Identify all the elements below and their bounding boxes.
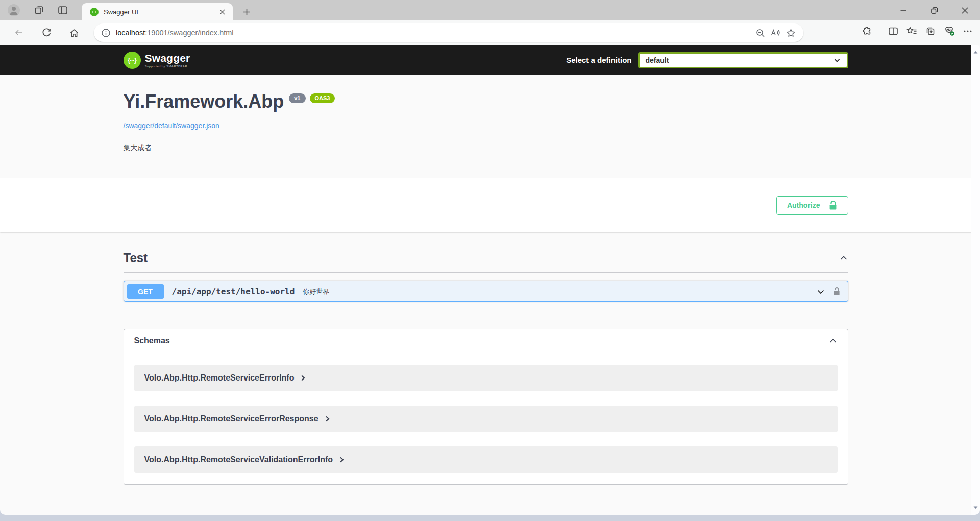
split-screen-icon[interactable] (888, 26, 899, 37)
swagger-logo-text: Swagger (145, 53, 190, 63)
close-window-button[interactable] (949, 0, 980, 20)
authorize-label: Authorize (787, 201, 820, 209)
read-aloud-icon[interactable] (768, 25, 783, 40)
swagger-page: {···} Swagger Supported by SMARTBEAR Sel… (0, 45, 971, 515)
collections-icon[interactable] (925, 26, 936, 37)
new-tab-button[interactable] (240, 5, 253, 18)
swagger-logo-icon: {···} (124, 52, 141, 69)
url-host: localhost (116, 29, 145, 37)
unlock-icon (828, 200, 838, 210)
chevron-right-icon (325, 415, 331, 422)
model-row-remote-service-error-response[interactable]: Volo.Abp.Http.RemoteServiceErrorResponse (134, 406, 838, 432)
restore-button[interactable] (919, 0, 949, 20)
refresh-icon[interactable] (40, 26, 53, 39)
collapse-schemas-icon[interactable] (828, 336, 838, 345)
scheme-container: Authorize (0, 178, 971, 232)
definition-select-label: Select a definition (566, 56, 631, 64)
schemas-section: Schemas Volo.Abp.Http.RemoteServiceError… (124, 329, 848, 485)
url-path: :19001/swagger/index.html (145, 29, 233, 37)
extensions-icon[interactable] (862, 26, 873, 37)
api-title: Yi.Framework.Abp (124, 92, 284, 111)
tab-close-icon[interactable] (216, 6, 228, 17)
web-content: {···} Swagger Supported by SMARTBEAR Sel… (0, 45, 980, 515)
expand-operation-icon[interactable] (816, 287, 825, 296)
authorize-button[interactable]: Authorize (776, 196, 848, 215)
operation-summary: 你好世界 (303, 287, 329, 296)
back-icon[interactable] (12, 26, 26, 39)
definition-selected-value: default (646, 56, 834, 64)
home-icon[interactable] (67, 26, 81, 39)
browser-tab-swagger-ui[interactable]: {··} Swagger UI (82, 3, 233, 20)
swagger-favicon: {··} (90, 8, 99, 16)
model-name: Volo.Abp.Http.RemoteServiceValidationErr… (144, 455, 333, 464)
window-controls (888, 0, 980, 20)
tab-title: Swagger UI (104, 8, 216, 16)
schemas-header[interactable]: Schemas (124, 329, 848, 352)
collapse-tag-icon[interactable] (839, 253, 848, 263)
page-scrollbar[interactable] (971, 45, 980, 515)
version-badge: v1 (289, 93, 305, 103)
operation-lock-icon[interactable] (832, 287, 841, 296)
model-name: Volo.Abp.Http.RemoteServiceErrorInfo (144, 373, 295, 383)
operations-section: Test GET /api/app/test/hello-world 你好世界 (124, 232, 848, 485)
browser-essentials-icon[interactable] (943, 25, 955, 37)
toolbar-right-icons (862, 25, 973, 37)
oas3-badge: OAS3 (310, 93, 335, 103)
site-info-icon[interactable] (101, 28, 111, 38)
api-description: 集大成者 (124, 144, 848, 153)
chevron-right-icon (300, 374, 306, 382)
tag-header-test[interactable]: Test (124, 245, 848, 273)
model-row-remote-service-error-info[interactable]: Volo.Abp.Http.RemoteServiceErrorInfo (134, 365, 838, 391)
favorite-star-icon[interactable] (783, 25, 798, 40)
schemas-title: Schemas (134, 336, 170, 345)
tab-actions-icon[interactable] (56, 4, 69, 17)
operation-path: /api/app/test/hello-world (172, 287, 295, 296)
browser-titlebar: {··} Swagger UI (0, 0, 980, 20)
swagger-logo[interactable]: {···} Swagger Supported by SMARTBEAR (124, 52, 190, 69)
settings-menu-icon[interactable] (963, 26, 973, 36)
minimize-button[interactable] (888, 0, 919, 20)
favorites-bar-icon[interactable] (906, 26, 918, 37)
zoom-out-icon[interactable] (752, 25, 768, 40)
api-info-section: Yi.Framework.Abp v1 OAS3 /swagger/defaul… (0, 75, 971, 178)
tag-title: Test (124, 251, 148, 265)
operation-get-hello-world[interactable]: GET /api/app/test/hello-world 你好世界 (124, 281, 848, 302)
swagger-topbar: {···} Swagger Supported by SMARTBEAR Sel… (0, 45, 971, 75)
workspaces-icon[interactable] (33, 4, 46, 17)
browser-toolbar: localhost:19001/swagger/index.html (0, 20, 980, 45)
toolbar-divider (880, 26, 880, 37)
model-name: Volo.Abp.Http.RemoteServiceErrorResponse (144, 414, 318, 423)
url-text: localhost:19001/swagger/index.html (116, 29, 752, 37)
http-method-badge: GET (127, 284, 164, 299)
scroll-down-icon[interactable] (972, 504, 979, 511)
address-bar[interactable]: localhost:19001/swagger/index.html (94, 23, 803, 42)
chevron-down-icon (834, 57, 841, 64)
swagger-logo-tagline: Supported by SMARTBEAR (145, 65, 190, 68)
spec-json-link[interactable]: /swagger/default/swagger.json (124, 122, 219, 130)
scroll-up-icon[interactable] (972, 49, 979, 56)
model-row-remote-service-validation-error-info[interactable]: Volo.Abp.Http.RemoteServiceValidationErr… (134, 446, 838, 473)
profile-avatar[interactable] (7, 4, 20, 17)
chevron-right-icon (339, 456, 345, 463)
definition-select[interactable]: default (638, 52, 848, 68)
